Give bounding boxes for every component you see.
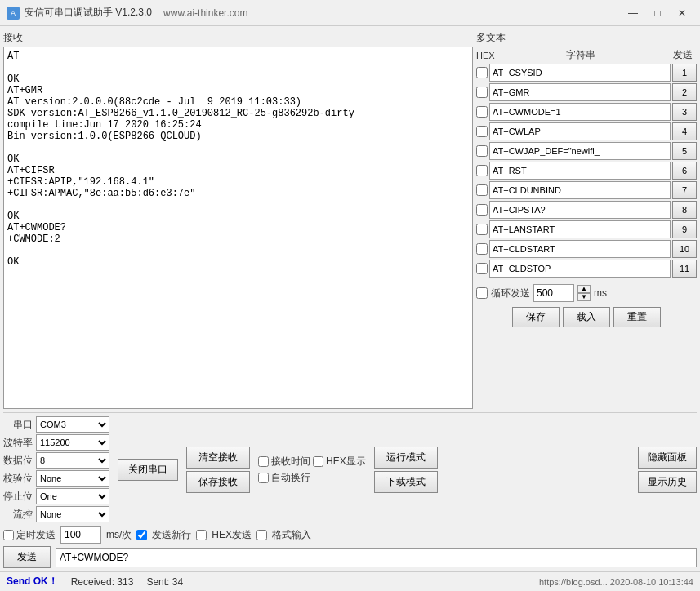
send-ok-status: Send OK！ [7, 575, 58, 589]
main-content: 接收 多文本 HEX 字符串 发送 1234567891011 循环发送 ▲ ▼ [0, 26, 700, 571]
loop-interval-input[interactable] [533, 284, 574, 302]
loop-send-label: 循环发送 [491, 287, 530, 300]
reset-button[interactable]: 重置 [613, 307, 661, 327]
auto-newline-label: 自动换行 [271, 471, 310, 485]
middle-buttons: 清空接收 保存接收 [186, 447, 250, 493]
cmd-send-button-8[interactable]: 9 [672, 220, 697, 238]
spinner-up-button[interactable]: ▲ [577, 285, 591, 293]
cmd-hex-checkbox-4[interactable] [476, 145, 488, 157]
flow-select[interactable]: None [36, 506, 109, 522]
cmd-send-button-2[interactable]: 3 [672, 103, 697, 121]
receive-time-checkbox[interactable] [258, 456, 269, 467]
col-send-header: 发送 [669, 48, 697, 62]
send-main-button[interactable]: 发送 [3, 546, 51, 568]
data-bits-label: 数据位 [3, 454, 33, 468]
stop-bits-label: 停止位 [3, 490, 33, 504]
cmd-input-3[interactable] [489, 122, 671, 140]
cmd-input-8[interactable] [489, 220, 671, 238]
show-history-button[interactable]: 显示历史 [638, 471, 697, 493]
data-bits-select[interactable]: 8 [36, 452, 109, 469]
format-input-checkbox[interactable] [256, 530, 267, 540]
spinner-down-button[interactable]: ▼ [577, 293, 591, 301]
flow-row: 流控 None [3, 506, 109, 522]
cmd-send-button-10[interactable]: 11 [672, 260, 697, 278]
cmd-send-button-1[interactable]: 2 [672, 83, 697, 101]
cmd-input-1[interactable] [489, 83, 671, 101]
command-row: 6 [476, 162, 697, 180]
cmd-input-9[interactable] [489, 240, 671, 258]
load-button[interactable]: 载入 [563, 307, 610, 327]
send-input-field[interactable] [56, 548, 697, 567]
receive-time-row: 接收时间 HEX显示 [258, 455, 366, 469]
cmd-hex-checkbox-1[interactable] [476, 87, 488, 98]
run-mode-button[interactable]: 运行模式 [374, 447, 438, 469]
minimize-button[interactable]: — [622, 3, 644, 23]
right-action-buttons: 保存 载入 重置 [476, 307, 697, 327]
bottom-row1: 串口 COM3 波特率 115200 数据位 8 [3, 416, 697, 522]
download-mode-button[interactable]: 下载模式 [374, 471, 438, 493]
cmd-input-5[interactable] [489, 162, 671, 180]
maximize-button[interactable]: □ [646, 3, 669, 23]
checkboxes-panel: 接收时间 HEX显示 自动换行 [258, 455, 366, 485]
save-button[interactable]: 保存 [512, 307, 560, 327]
col-string-header: 字符串 [494, 48, 667, 62]
cmd-hex-checkbox-6[interactable] [476, 184, 488, 196]
cmd-send-button-5[interactable]: 6 [672, 162, 697, 180]
app-title: 安信可串口调试助手 V1.2.3.0 [25, 6, 152, 20]
close-button[interactable]: ✕ [671, 3, 693, 23]
cmd-hex-checkbox-7[interactable] [476, 204, 488, 216]
port-select[interactable]: COM3 [36, 416, 109, 433]
cmd-input-7[interactable] [489, 201, 671, 219]
timed-send-checkbox[interactable] [3, 530, 14, 540]
stop-bits-row: 停止位 One [3, 488, 109, 504]
cmd-send-button-7[interactable]: 8 [672, 201, 697, 219]
loop-spinner: ▲ ▼ [577, 285, 591, 301]
cmd-input-10[interactable] [489, 260, 671, 278]
timed-interval-input[interactable] [60, 526, 101, 544]
clear-receive-button[interactable]: 清空接收 [186, 447, 250, 469]
bottom-section: 串口 COM3 波特率 115200 数据位 8 [3, 412, 697, 568]
command-row: 9 [476, 220, 697, 238]
cmd-hex-checkbox-8[interactable] [476, 224, 488, 235]
cmd-send-button-3[interactable]: 4 [672, 122, 697, 140]
open-close-port-button[interactable]: 关闭串口 [118, 459, 178, 481]
cmd-send-button-9[interactable]: 10 [672, 240, 697, 258]
cmd-hex-checkbox-5[interactable] [476, 165, 488, 176]
timed-send-group: 定时发送 [3, 528, 56, 542]
status-link: https://blog.osd... [539, 577, 608, 587]
auto-newline-checkbox[interactable] [258, 473, 269, 483]
cmd-input-6[interactable] [489, 181, 671, 199]
settings-panel: 串口 COM3 波特率 115200 数据位 8 [3, 416, 109, 522]
cmd-hex-checkbox-10[interactable] [476, 263, 488, 274]
stop-bits-select[interactable]: One [36, 488, 109, 504]
cmd-send-button-4[interactable]: 5 [672, 142, 697, 160]
cmd-hex-checkbox-2[interactable] [476, 106, 488, 118]
cmd-hex-checkbox-9[interactable] [476, 243, 488, 255]
cmd-input-4[interactable] [489, 142, 671, 160]
hex-send-checkbox[interactable] [196, 530, 207, 540]
col-hex-header: HEX [476, 51, 493, 60]
receive-textarea[interactable] [3, 47, 473, 409]
cmd-input-0[interactable] [489, 64, 671, 82]
cmd-send-button-6[interactable]: 7 [672, 181, 697, 199]
loop-section: 循环发送 ▲ ▼ ms [476, 282, 697, 304]
multitext-label: 多文本 [476, 31, 506, 45]
hex-display-checkbox[interactable] [313, 456, 323, 467]
check-select[interactable]: None [36, 470, 109, 487]
top-section: 接收 多文本 HEX 字符串 发送 1234567891011 循环发送 ▲ ▼ [3, 29, 697, 409]
baud-select[interactable]: 115200 [36, 434, 109, 451]
cmd-send-button-0[interactable]: 1 [672, 64, 697, 82]
cmd-hex-checkbox-0[interactable] [476, 67, 488, 78]
port-buttons: 关闭串口 [118, 459, 178, 481]
status-left: Send OK！ Received: 313 Sent: 34 [7, 575, 183, 589]
cmd-hex-checkbox-3[interactable] [476, 126, 488, 137]
newline-checkbox[interactable] [136, 530, 147, 540]
hide-panel-button[interactable]: 隐藏面板 [638, 447, 697, 469]
port-row: 串口 COM3 [3, 416, 109, 433]
received-status: Received: 313 [71, 576, 134, 588]
save-receive-button[interactable]: 保存接收 [186, 471, 250, 493]
cmd-input-2[interactable] [489, 103, 671, 121]
column-headers: HEX 字符串 发送 [476, 47, 697, 64]
timed-send-label: 定时发送 [16, 528, 56, 542]
loop-send-checkbox[interactable] [476, 287, 488, 299]
